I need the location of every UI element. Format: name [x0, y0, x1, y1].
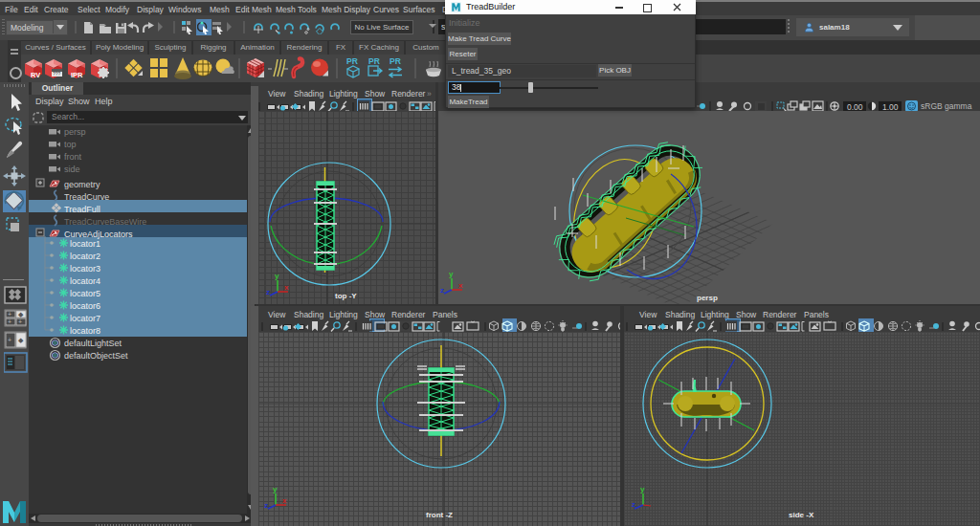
- svg-text:top -Y: top -Y: [335, 292, 357, 300]
- svg-text:defaultLightSet: defaultLightSet: [64, 339, 122, 348]
- svg-text:+: +: [18, 318, 22, 325]
- svg-text:TreadCurve: TreadCurve: [64, 192, 109, 202]
- svg-text:locator1: locator1: [70, 239, 100, 249]
- svg-text:PR: PR: [368, 56, 380, 66]
- svg-text:locator7: locator7: [70, 314, 100, 323]
- svg-text:locator3: locator3: [70, 264, 100, 274]
- svg-text:locator2: locator2: [70, 252, 100, 261]
- svg-text:persp: persp: [697, 294, 718, 302]
- svg-text:+: +: [8, 318, 11, 325]
- svg-text:PR: PR: [390, 56, 401, 66]
- svg-text:1.00: 1.00: [882, 102, 899, 112]
- svg-text:front -Z: front -Z: [426, 511, 453, 519]
- svg-text:◆: ◆: [18, 311, 24, 318]
- svg-text:locator6: locator6: [70, 301, 100, 311]
- svg-text:???: ???: [53, 71, 61, 77]
- svg-text:front: front: [64, 152, 82, 162]
- svg-text:◆: ◆: [18, 337, 24, 343]
- svg-text:side -X: side -X: [789, 511, 814, 519]
- svg-text:+: +: [8, 337, 11, 343]
- svg-text:locator4: locator4: [70, 276, 100, 286]
- svg-text:TreadCurveBaseWire: TreadCurveBaseWire: [64, 217, 146, 227]
- svg-text:+: +: [8, 311, 11, 318]
- svg-text:RV: RV: [31, 71, 40, 79]
- svg-text:TreadFull: TreadFull: [64, 205, 100, 214]
- svg-text:locator5: locator5: [70, 289, 100, 298]
- svg-text:CurveAdjLocators: CurveAdjLocators: [64, 230, 133, 239]
- svg-text:side: side: [64, 164, 80, 174]
- svg-text:persp: persp: [64, 127, 86, 137]
- svg-text:geometry: geometry: [64, 180, 100, 189]
- svg-text:locator8: locator8: [70, 326, 100, 336]
- svg-text:defaultObjectSet: defaultObjectSet: [64, 351, 128, 361]
- svg-text:0.00: 0.00: [847, 102, 863, 112]
- svg-text:top: top: [64, 140, 77, 149]
- svg-text:PR: PR: [346, 56, 358, 66]
- svg-text:IPR: IPR: [71, 71, 83, 79]
